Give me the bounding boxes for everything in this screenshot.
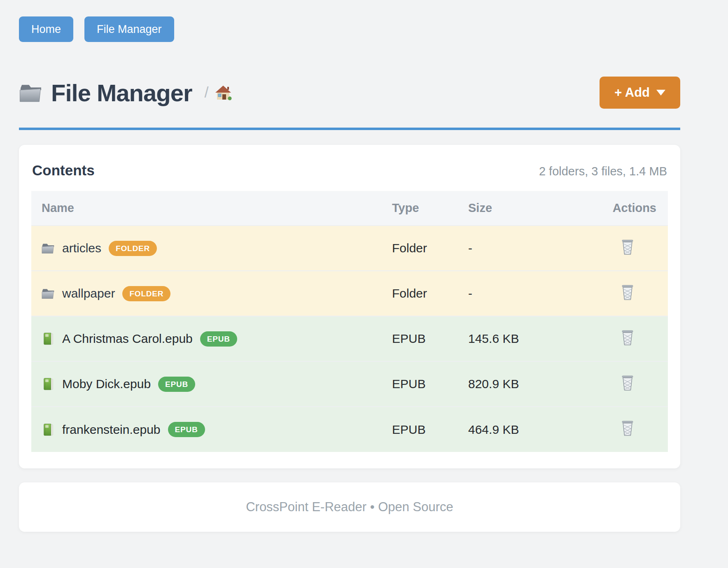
table-row: Moby Dick.epub EPUB EPUB 820.9 KB	[31, 361, 668, 407]
nav-button-home[interactable]: Home	[19, 16, 73, 42]
table-header-row: Name Type Size Actions	[31, 191, 668, 226]
trash-icon	[620, 284, 635, 300]
cell-name: frankenstein.epub EPUB	[31, 407, 392, 452]
green-book-icon	[42, 378, 55, 390]
page-header: File Manager / + Add	[19, 77, 680, 109]
cell-actions	[551, 407, 668, 452]
cell-type: Folder	[392, 226, 468, 271]
top-nav: Home File Manager	[19, 16, 680, 42]
cell-size: -	[468, 271, 551, 316]
table-row: frankenstein.epub EPUB EPUB 464.9 KB	[31, 407, 668, 452]
table-row: wallpaper FOLDER Folder -	[31, 271, 668, 316]
table-row: A Christmas Carol.epub EPUB EPUB 145.6 K…	[31, 316, 668, 361]
add-button[interactable]: + Add	[600, 77, 680, 109]
cell-size: -	[468, 226, 551, 271]
entry-name: A Christmas Carol.epub	[62, 332, 193, 346]
delete-button[interactable]	[620, 239, 635, 255]
add-button-label: + Add	[614, 85, 650, 100]
cell-size: 145.6 KB	[468, 316, 551, 361]
green-book-icon	[42, 424, 55, 436]
trash-icon	[620, 329, 635, 346]
cell-name: wallpaper FOLDER	[31, 271, 392, 316]
cell-type: Folder	[392, 271, 468, 316]
contents-summary: 2 folders, 3 files, 1.4 MB	[539, 165, 667, 178]
title-divider	[19, 128, 680, 130]
page-title: File Manager	[51, 79, 192, 107]
cell-size: 820.9 KB	[468, 361, 551, 407]
green-book-icon	[42, 333, 55, 345]
trash-icon	[620, 420, 635, 436]
folder-icon	[19, 82, 43, 103]
delete-button[interactable]	[620, 420, 635, 436]
contents-card-header: Contents 2 folders, 3 files, 1.4 MB	[31, 162, 668, 179]
footer: CrossPoint E-Reader • Open Source	[19, 482, 680, 532]
trash-icon	[620, 375, 635, 391]
cell-name: A Christmas Carol.epub EPUB	[31, 316, 392, 361]
column-header-type: Type	[392, 191, 468, 226]
entry-name: Moby Dick.epub	[62, 377, 151, 391]
type-badge: FOLDER	[122, 286, 170, 301]
cell-actions	[551, 271, 668, 316]
footer-text: CrossPoint E-Reader • Open Source	[246, 500, 453, 514]
files-table: Name Type Size Actions articles FOLDER	[31, 191, 668, 452]
caret-down-icon	[656, 90, 665, 95]
cell-type: EPUB	[392, 407, 468, 452]
cell-name: Moby Dick.epub EPUB	[31, 361, 392, 407]
cell-name: articles FOLDER	[31, 226, 392, 271]
entry-name: frankenstein.epub	[62, 423, 161, 437]
table-row: articles FOLDER Folder -	[31, 226, 668, 271]
cell-size: 464.9 KB	[468, 407, 551, 452]
type-badge: EPUB	[168, 422, 205, 437]
entry-name[interactable]: wallpaper	[62, 286, 115, 300]
cell-actions	[551, 361, 668, 407]
entry-name[interactable]: articles	[62, 241, 101, 255]
contents-heading: Contents	[32, 162, 95, 179]
type-badge: EPUB	[158, 377, 195, 392]
column-header-size: Size	[468, 191, 551, 226]
trash-icon	[620, 239, 635, 255]
delete-button[interactable]	[620, 284, 635, 300]
page-container: Home File Manager File Manager / + Add C…	[19, 0, 680, 532]
title-group: File Manager /	[19, 79, 232, 107]
home-icon[interactable]	[215, 84, 232, 101]
folder-icon	[42, 242, 55, 254]
cell-actions	[551, 316, 668, 361]
nav-button-file-manager[interactable]: File Manager	[84, 16, 174, 42]
breadcrumb-separator: /	[205, 84, 209, 101]
contents-card: Contents 2 folders, 3 files, 1.4 MB Name…	[19, 145, 680, 468]
cell-type: EPUB	[392, 361, 468, 407]
folder-icon	[42, 287, 55, 300]
cell-actions	[551, 226, 668, 271]
column-header-name: Name	[31, 191, 392, 226]
column-header-actions: Actions	[551, 191, 668, 226]
type-badge: EPUB	[200, 331, 237, 347]
type-badge: FOLDER	[109, 241, 157, 256]
delete-button[interactable]	[620, 329, 635, 346]
delete-button[interactable]	[620, 375, 635, 391]
breadcrumb: /	[205, 84, 232, 101]
cell-type: EPUB	[392, 316, 468, 361]
